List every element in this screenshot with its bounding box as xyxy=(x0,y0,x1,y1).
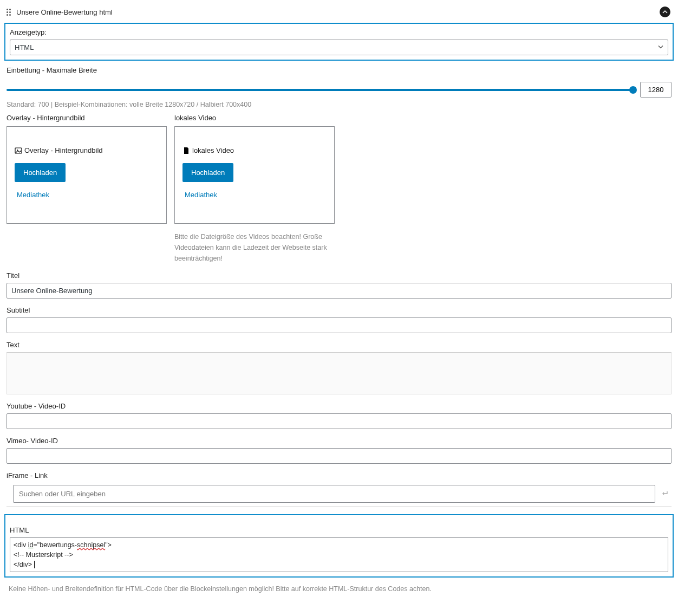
html-label: HTML xyxy=(10,526,668,534)
width-value-input[interactable] xyxy=(640,82,672,98)
video-column: lokales Video lokales Video Hochladen Me… xyxy=(174,114,335,264)
youtube-input[interactable] xyxy=(6,413,672,429)
subtitel-input[interactable] xyxy=(6,317,672,333)
overlay-upload-card: Overlay - Hintergrundbild Hochladen Medi… xyxy=(6,126,167,224)
anzeigetyp-select[interactable]: HTML xyxy=(10,40,668,55)
panel-header: Unsere Online-Bewertung html xyxy=(4,4,674,23)
video-card-title: lokales Video xyxy=(192,146,234,154)
collapse-button[interactable] xyxy=(660,7,670,17)
youtube-label: Youtube - Video-ID xyxy=(6,402,672,410)
width-slider[interactable] xyxy=(6,86,634,94)
video-size-note: Bitte die Dateigröße des Videos beachten… xyxy=(174,231,335,264)
panel-title: Unsere Online-Bewertung html xyxy=(16,8,113,16)
subtitel-label: Subtitel xyxy=(6,306,672,314)
video-section-label: lokales Video xyxy=(174,114,335,122)
chevron-up-icon xyxy=(662,9,668,15)
iframe-url-input[interactable] xyxy=(13,485,655,503)
overlay-column: Overlay - Hintergrundbild Overlay - Hint… xyxy=(6,114,167,264)
overlay-card-title: Overlay - Hintergrundbild xyxy=(24,146,103,154)
slider-thumb[interactable] xyxy=(629,86,637,94)
html-bottom-note: Keine Höhen- und Breitendefinition für H… xyxy=(9,585,672,593)
html-code-textarea[interactable]: <div id="bewertungs-schnipsel"> <!-- Mus… xyxy=(10,537,668,572)
video-upload-button[interactable]: Hochladen xyxy=(182,163,233,182)
titel-input[interactable] xyxy=(6,283,672,299)
return-icon[interactable] xyxy=(659,489,672,499)
text-cursor xyxy=(32,561,34,568)
anzeigetyp-highlight: Anzeigetyp: HTML xyxy=(4,23,674,61)
video-upload-card: lokales Video Hochladen Mediathek xyxy=(174,126,335,224)
einbettung-label: Einbettung - Maximale Breite xyxy=(6,66,672,74)
overlay-upload-button[interactable]: Hochladen xyxy=(15,163,66,182)
vimeo-input[interactable] xyxy=(6,448,672,464)
vimeo-label: Vimeo- Video-ID xyxy=(6,437,672,445)
file-icon xyxy=(182,147,190,154)
text-editor[interactable] xyxy=(6,352,672,394)
anzeigetyp-label: Anzeigetyp: xyxy=(10,28,668,36)
einbettung-section: Einbettung - Maximale Breite Standard: 7… xyxy=(4,66,674,108)
image-icon xyxy=(15,147,22,154)
html-highlight: HTML <div id="bewertungs-schnipsel"> <!-… xyxy=(4,514,674,578)
einbettung-help: Standard: 700 | Beispiel-Kombinationen: … xyxy=(6,101,672,108)
iframe-label: iFrame - Link xyxy=(6,471,672,479)
text-label: Text xyxy=(6,341,672,349)
drag-handle-icon[interactable] xyxy=(6,9,11,16)
overlay-media-link[interactable]: Mediathek xyxy=(15,191,49,199)
titel-label: Titel xyxy=(6,271,672,280)
video-media-link[interactable]: Mediathek xyxy=(182,191,217,199)
overlay-section-label: Overlay - Hintergrundbild xyxy=(6,114,167,122)
